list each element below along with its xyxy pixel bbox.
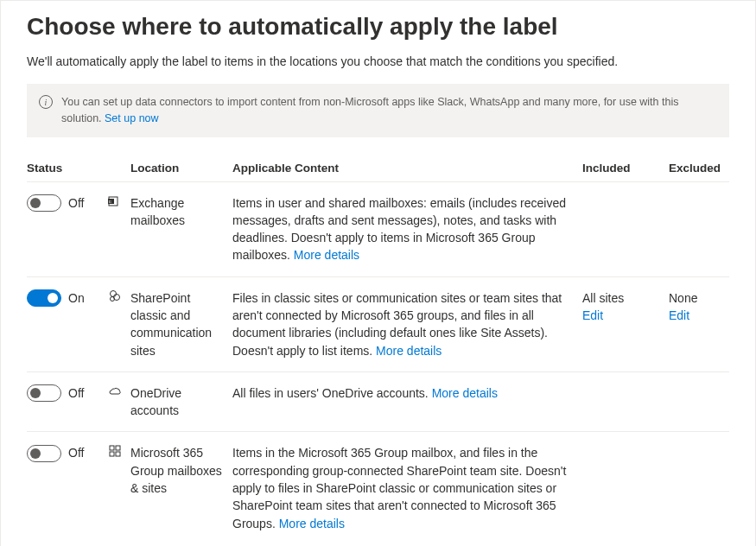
toggle-onedrive[interactable] xyxy=(27,384,61,402)
setup-now-link[interactable]: Set up now xyxy=(105,112,159,124)
more-details-link[interactable]: More details xyxy=(432,386,498,400)
page-title: Choose where to automatically apply the … xyxy=(27,13,729,41)
svg-text:E: E xyxy=(109,200,111,204)
toggle-sharepoint[interactable] xyxy=(27,289,61,307)
svg-rect-7 xyxy=(116,446,120,450)
included-value: All sites xyxy=(582,291,624,305)
toggle-m365groups[interactable] xyxy=(27,445,61,462)
table-row: Off OneDrive accounts All files in users… xyxy=(27,371,729,432)
edit-excluded-link[interactable]: Edit xyxy=(669,307,689,324)
info-icon: i xyxy=(39,95,53,109)
header-status: Status xyxy=(27,155,108,182)
page-subtitle: We'll automatically apply the label to i… xyxy=(27,54,729,68)
info-text-container: You can set up data connectors to import… xyxy=(61,94,717,127)
applicable-content: Items in the Microsoft 365 Group mailbox… xyxy=(232,432,582,544)
svg-rect-9 xyxy=(116,452,120,456)
status-label: Off xyxy=(68,384,84,402)
location-name: Exchange mailboxes xyxy=(130,181,232,276)
more-details-link[interactable]: More details xyxy=(279,517,345,530)
applicable-content: All files in users' OneDrive accounts. M… xyxy=(232,371,582,432)
table-row: Off E Exchange mailboxes Items in user a… xyxy=(27,181,729,276)
table-row: On SharePoint classic and communication … xyxy=(27,276,729,371)
excluded-cell xyxy=(669,371,729,432)
svg-rect-6 xyxy=(110,446,114,450)
locations-table: Status Location Applicable Content Inclu… xyxy=(27,155,729,544)
header-included: Included xyxy=(582,155,669,182)
table-row: Off Microsoft 365 Group mailboxes & site… xyxy=(27,432,729,544)
svg-rect-8 xyxy=(110,452,114,456)
sharepoint-icon xyxy=(108,289,122,303)
excluded-cell: None Edit xyxy=(669,276,729,371)
location-name: Microsoft 365 Group mailboxes & sites xyxy=(130,432,232,544)
status-label: On xyxy=(68,289,85,307)
header-location: Location xyxy=(130,155,232,182)
included-cell xyxy=(582,181,669,276)
toggle-exchange[interactable] xyxy=(27,194,61,212)
more-details-link[interactable]: More details xyxy=(376,344,442,358)
m365-groups-icon xyxy=(108,444,122,458)
included-cell: All sites Edit xyxy=(582,276,669,371)
location-name: OneDrive accounts xyxy=(130,371,232,432)
applicable-content: Items in user and shared mailboxes: emai… xyxy=(232,181,582,276)
header-excluded: Excluded xyxy=(669,155,729,182)
included-cell xyxy=(582,371,669,432)
more-details-link[interactable]: More details xyxy=(294,248,359,262)
location-name: SharePoint classic and communication sit… xyxy=(130,276,232,371)
svg-point-3 xyxy=(111,290,117,296)
excluded-value: None xyxy=(669,291,697,305)
edit-included-link[interactable]: Edit xyxy=(582,307,603,324)
header-icon-spacer xyxy=(108,155,130,182)
header-content: Applicable Content xyxy=(232,155,582,182)
status-label: Off xyxy=(68,444,84,461)
exchange-icon: E xyxy=(108,194,122,208)
info-banner: i You can set up data connectors to impo… xyxy=(27,84,729,137)
applicable-content: Files in classic sites or communication … xyxy=(232,276,582,371)
excluded-cell xyxy=(669,181,729,276)
included-cell xyxy=(582,432,669,544)
onedrive-icon xyxy=(108,384,122,398)
status-label: Off xyxy=(68,194,84,212)
excluded-cell xyxy=(669,432,729,544)
locations-page: Choose where to automatically apply the … xyxy=(0,0,756,546)
